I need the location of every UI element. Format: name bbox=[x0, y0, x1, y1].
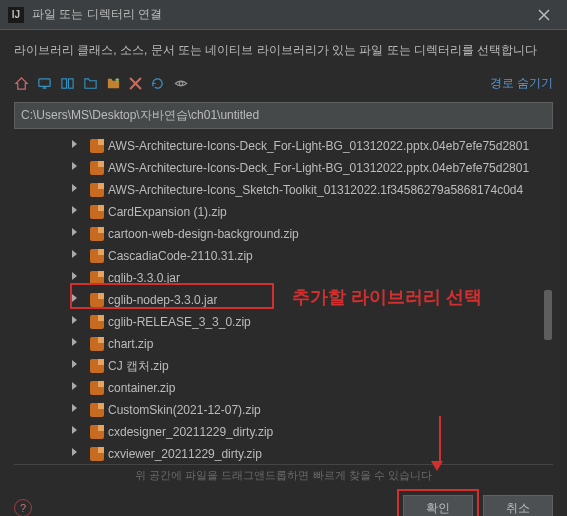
chevron-right-icon[interactable] bbox=[72, 206, 77, 214]
file-name-label: cglib-RELEASE_3_3_0.zip bbox=[108, 315, 251, 329]
module-icon[interactable] bbox=[83, 76, 98, 91]
chevron-right-icon[interactable] bbox=[72, 272, 77, 280]
close-button[interactable] bbox=[529, 0, 559, 30]
help-icon[interactable]: ? bbox=[14, 499, 32, 516]
chevron-right-icon[interactable] bbox=[72, 382, 77, 390]
file-name-label: cxdesigner_20211229_dirty.zip bbox=[108, 425, 273, 439]
toolbar: 경로 숨기기 bbox=[0, 71, 567, 98]
file-row[interactable]: chart.zip bbox=[14, 333, 553, 355]
home-icon[interactable] bbox=[14, 76, 29, 91]
ok-button[interactable]: 확인 bbox=[403, 495, 473, 516]
archive-file-icon bbox=[90, 381, 104, 395]
archive-file-icon bbox=[90, 227, 104, 241]
file-name-label: CardExpansion (1).zip bbox=[108, 205, 227, 219]
chevron-right-icon[interactable] bbox=[72, 360, 77, 368]
file-row[interactable]: CJ 캡처.zip bbox=[14, 355, 553, 377]
project-icon[interactable] bbox=[60, 76, 75, 91]
archive-file-icon bbox=[90, 139, 104, 153]
chevron-right-icon[interactable] bbox=[72, 316, 77, 324]
file-row[interactable]: cartoon-web-design-background.zip bbox=[14, 223, 553, 245]
file-name-label: cxviewer_20211229_dirty.zip bbox=[108, 447, 262, 461]
archive-file-icon bbox=[90, 293, 104, 307]
archive-file-icon bbox=[90, 359, 104, 373]
file-name-label: cglib-nodep-3.3.0.jar bbox=[108, 293, 217, 307]
drag-drop-hint: 위 공간에 파일을 드래그앤드롭하면 빠르게 찾을 수 있습니다 bbox=[0, 465, 567, 489]
file-row[interactable]: AWS-Architecture-Icons-Deck_For-Light-BG… bbox=[14, 135, 553, 157]
chevron-right-icon[interactable] bbox=[72, 162, 77, 170]
chevron-right-icon[interactable] bbox=[72, 448, 77, 456]
file-name-label: container.zip bbox=[108, 381, 175, 395]
archive-file-icon bbox=[90, 183, 104, 197]
instructions-text: 라이브러리 클래스, 소스, 문서 또는 네이티브 라이브러리가 있는 파일 또… bbox=[0, 30, 567, 71]
chevron-right-icon[interactable] bbox=[72, 294, 77, 302]
app-icon: IJ bbox=[8, 7, 24, 23]
file-name-label: AWS-Architecture-Icons_Sketch-Toolkit_01… bbox=[108, 183, 523, 197]
file-row[interactable]: cglib-3.3.0.jar bbox=[14, 267, 553, 289]
title-bar: IJ 파일 또는 디렉터리 연결 bbox=[0, 0, 567, 30]
path-input[interactable]: C:\Users\MS\Desktop\자바연습\ch01\untitled bbox=[14, 102, 553, 129]
desktop-icon[interactable] bbox=[37, 76, 52, 91]
svg-rect-2 bbox=[68, 79, 73, 88]
file-name-label: CascadiaCode-2110.31.zip bbox=[108, 249, 253, 263]
archive-file-icon bbox=[90, 315, 104, 329]
archive-file-icon bbox=[90, 249, 104, 263]
archive-file-icon bbox=[90, 403, 104, 417]
file-row[interactable]: container.zip bbox=[14, 377, 553, 399]
file-name-label: CustomSkin(2021-12-07).zip bbox=[108, 403, 261, 417]
chevron-right-icon[interactable] bbox=[72, 184, 77, 192]
file-row[interactable]: cglib-RELEASE_3_3_0.zip bbox=[14, 311, 553, 333]
file-row[interactable]: AWS-Architecture-Icons-Deck_For-Light-BG… bbox=[14, 157, 553, 179]
chevron-right-icon[interactable] bbox=[72, 338, 77, 346]
archive-file-icon bbox=[90, 337, 104, 351]
svg-rect-0 bbox=[39, 79, 50, 87]
archive-file-icon bbox=[90, 447, 104, 461]
file-name-label: AWS-Architecture-Icons-Deck_For-Light-BG… bbox=[108, 139, 529, 153]
file-row[interactable]: AWS-Architecture-Icons_Sketch-Toolkit_01… bbox=[14, 179, 553, 201]
chevron-right-icon[interactable] bbox=[72, 404, 77, 412]
archive-file-icon bbox=[90, 205, 104, 219]
hide-path-link[interactable]: 경로 숨기기 bbox=[490, 75, 553, 92]
file-name-label: cartoon-web-design-background.zip bbox=[108, 227, 299, 241]
file-row[interactable]: CardExpansion (1).zip bbox=[14, 201, 553, 223]
close-icon bbox=[538, 9, 550, 21]
svg-point-3 bbox=[179, 82, 183, 86]
file-tree[interactable]: AWS-Architecture-Icons-Deck_For-Light-BG… bbox=[14, 135, 553, 465]
file-row[interactable]: cxdesigner_20211229_dirty.zip bbox=[14, 421, 553, 443]
file-row[interactable]: CascadiaCode-2110.31.zip bbox=[14, 245, 553, 267]
delete-icon[interactable] bbox=[129, 77, 142, 90]
chevron-right-icon[interactable] bbox=[72, 140, 77, 148]
file-name-label: CJ 캡처.zip bbox=[108, 358, 169, 375]
file-name-label: cglib-3.3.0.jar bbox=[108, 271, 180, 285]
chevron-right-icon[interactable] bbox=[72, 426, 77, 434]
archive-file-icon bbox=[90, 271, 104, 285]
file-row[interactable]: CustomSkin(2021-12-07).zip bbox=[14, 399, 553, 421]
refresh-icon[interactable] bbox=[150, 76, 165, 91]
file-row[interactable]: cglib-nodep-3.3.0.jar bbox=[14, 289, 553, 311]
archive-file-icon bbox=[90, 161, 104, 175]
archive-file-icon bbox=[90, 425, 104, 439]
dialog-footer: ? 확인 취소 bbox=[0, 489, 567, 516]
file-row[interactable]: cxviewer_20211229_dirty.zip bbox=[14, 443, 553, 465]
show-hidden-icon[interactable] bbox=[173, 76, 189, 91]
chevron-right-icon[interactable] bbox=[72, 250, 77, 258]
file-name-label: AWS-Architecture-Icons-Deck_For-Light-BG… bbox=[108, 161, 529, 175]
chevron-right-icon[interactable] bbox=[72, 228, 77, 236]
file-name-label: chart.zip bbox=[108, 337, 153, 351]
new-folder-icon[interactable] bbox=[106, 76, 121, 91]
svg-rect-1 bbox=[62, 79, 67, 88]
dialog-title: 파일 또는 디렉터리 연결 bbox=[32, 6, 529, 23]
cancel-button[interactable]: 취소 bbox=[483, 495, 553, 516]
